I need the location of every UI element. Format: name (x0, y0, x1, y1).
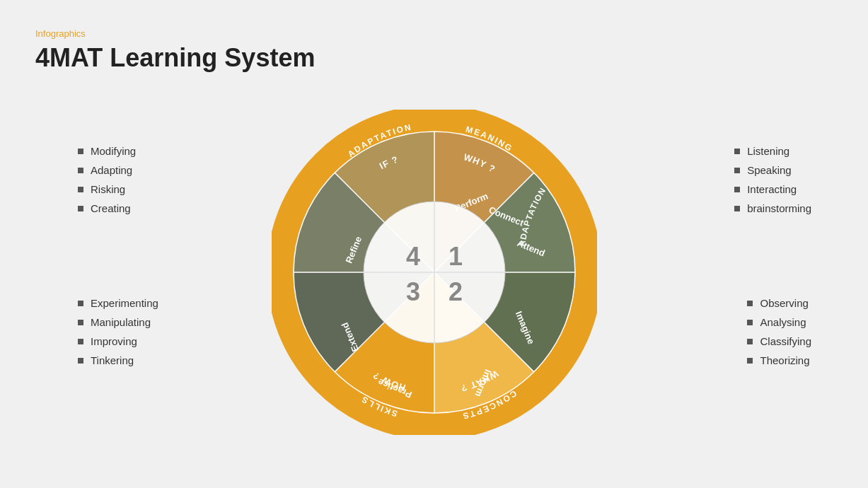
left-top-list: Modifying Adapting Risking Creating (78, 145, 136, 221)
header-tag: Infographics (35, 28, 315, 39)
list-item: Experimenting (78, 297, 158, 309)
bullet-icon (78, 339, 83, 344)
list-item-label: Observing (760, 297, 808, 309)
bullet-icon (747, 358, 753, 364)
list-item-label: Modifying (91, 145, 136, 157)
list-item: Manipulating (78, 316, 158, 328)
bullet-icon (747, 301, 753, 306)
list-item: brainstorming (734, 202, 811, 214)
list-item-label: Tinkering (91, 354, 134, 366)
center-number-3: 3 (405, 277, 419, 306)
center-number-1: 1 (448, 242, 462, 271)
bullet-icon (734, 187, 740, 192)
bullet-icon (734, 206, 740, 211)
list-item-label: Manipulating (91, 316, 151, 328)
center-number-4: 4 (405, 242, 419, 271)
bullet-icon (78, 206, 83, 211)
list-item: Improving (78, 335, 158, 347)
list-item: Risking (78, 183, 136, 195)
bullet-icon (78, 187, 83, 192)
bullet-icon (734, 149, 740, 154)
list-item-label: Risking (91, 183, 125, 195)
list-item: Speaking (734, 164, 811, 176)
list-item-label: Speaking (747, 164, 792, 176)
list-item-label: Interacting (747, 183, 797, 195)
header-title: 4MAT Learning System (35, 43, 315, 73)
list-item-label: Improving (91, 335, 137, 347)
diagram: Perform Connect Attend Imagine Inform Pr… (272, 110, 597, 435)
list-item: Adapting (78, 164, 136, 176)
list-item-label: Experimenting (91, 297, 158, 309)
list-item: Classifying (747, 335, 811, 347)
bullet-icon (78, 358, 83, 364)
bullet-icon (747, 339, 753, 344)
bullet-icon (78, 168, 83, 173)
list-item: Theorizing (747, 354, 811, 366)
list-item: Interacting (734, 183, 811, 195)
bullet-icon (734, 168, 740, 173)
list-item-label: Analysing (760, 316, 806, 328)
list-item: Creating (78, 202, 136, 214)
list-item-label: Listening (747, 145, 789, 157)
list-item-label: Creating (91, 202, 131, 214)
bullet-icon (747, 320, 753, 325)
list-item: Modifying (78, 145, 136, 157)
list-item: Listening (734, 145, 811, 157)
list-item: Observing (747, 297, 811, 309)
bullet-icon (78, 320, 83, 325)
right-top-list: Listening Speaking Interacting brainstor… (734, 145, 811, 221)
bullet-icon (78, 301, 83, 306)
list-item-label: Adapting (91, 164, 132, 176)
bullet-icon (78, 149, 83, 154)
diagram-svg: Perform Connect Attend Imagine Inform Pr… (272, 110, 597, 435)
center-number-2: 2 (448, 277, 462, 306)
list-item-label: brainstorming (747, 202, 811, 214)
list-item-label: Classifying (760, 335, 811, 347)
header: Infographics 4MAT Learning System (35, 28, 315, 73)
list-item: Tinkering (78, 354, 158, 366)
right-bottom-list: Observing Analysing Classifying Theorizi… (747, 297, 811, 373)
left-bottom-list: Experimenting Manipulating Improving Tin… (78, 297, 158, 373)
page: Infographics 4MAT Learning System Modify… (0, 0, 868, 488)
list-item-label: Theorizing (760, 354, 809, 366)
list-item: Analysing (747, 316, 811, 328)
